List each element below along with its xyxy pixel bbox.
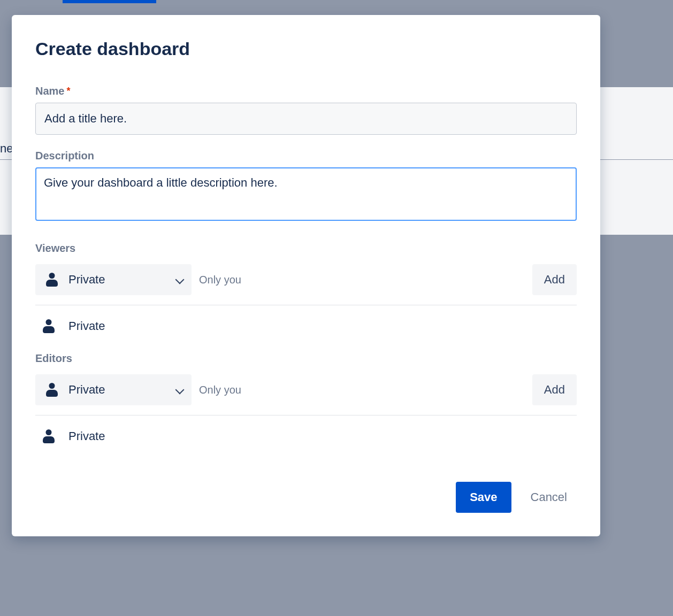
- editors-entry: Private: [35, 427, 577, 458]
- description-label-text: Description: [35, 150, 94, 162]
- modal-title: Create dashboard: [35, 38, 577, 59]
- editors-entry-label: Private: [68, 429, 105, 443]
- viewers-add-button[interactable]: Add: [532, 264, 577, 295]
- person-icon: [46, 383, 58, 397]
- viewers-label: Viewers: [35, 242, 577, 255]
- editors-hint: Only you: [199, 384, 525, 396]
- person-icon: [43, 429, 55, 443]
- description-label: Description: [35, 150, 577, 162]
- backdrop-text-fragment: ne: [0, 142, 13, 156]
- viewers-hint: Only you: [199, 274, 525, 286]
- backdrop-tab-indicator: [63, 0, 156, 3]
- name-input[interactable]: [35, 103, 577, 135]
- viewers-row: Private Only you Add: [35, 264, 577, 305]
- save-button[interactable]: Save: [456, 482, 511, 513]
- person-icon: [43, 319, 55, 333]
- person-icon: [46, 273, 58, 287]
- create-dashboard-modal: Create dashboard Name * Description Give…: [12, 15, 600, 536]
- chevron-down-icon: [175, 386, 184, 394]
- viewers-dropdown-value: Private: [68, 273, 105, 287]
- viewers-entry-label: Private: [68, 319, 105, 333]
- editors-row: Private Only you Add: [35, 374, 577, 415]
- required-indicator: *: [66, 86, 70, 97]
- modal-actions: Save Cancel: [35, 482, 577, 513]
- editors-dropdown-value: Private: [68, 383, 105, 397]
- editors-dropdown[interactable]: Private: [35, 374, 192, 405]
- name-label: Name *: [35, 85, 577, 97]
- cancel-button[interactable]: Cancel: [521, 482, 577, 513]
- editors-label: Editors: [35, 352, 577, 365]
- chevron-down-icon: [175, 275, 184, 284]
- viewers-dropdown[interactable]: Private: [35, 264, 192, 295]
- name-label-text: Name: [35, 85, 64, 97]
- editors-add-button[interactable]: Add: [532, 374, 577, 405]
- description-input[interactable]: Give your dashboard a little description…: [35, 167, 577, 221]
- viewers-entry: Private: [35, 317, 577, 348]
